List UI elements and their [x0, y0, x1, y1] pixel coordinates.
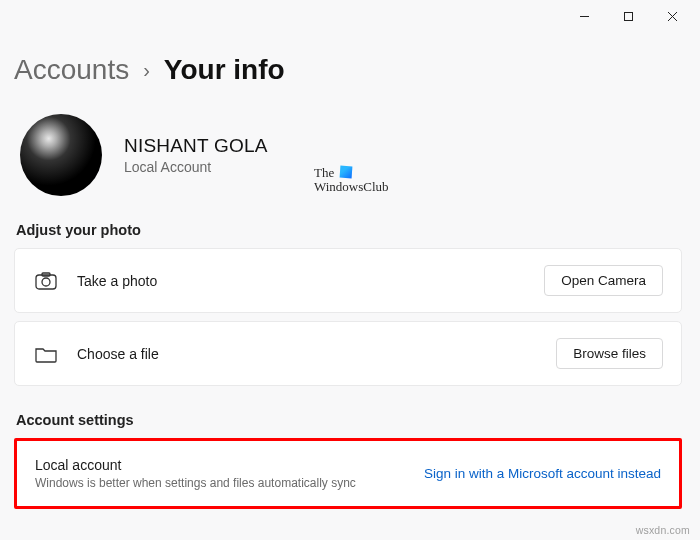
row-choose-file-label: Choose a file: [77, 346, 556, 362]
row-take-photo-label: Take a photo: [77, 273, 544, 289]
maximize-button[interactable]: [606, 2, 650, 30]
camera-icon: [33, 272, 59, 290]
titlebar: [0, 0, 700, 32]
watermark-line1: The: [314, 165, 334, 180]
browse-files-button[interactable]: Browse files: [556, 338, 663, 369]
breadcrumb-parent[interactable]: Accounts: [14, 54, 129, 86]
content-area: Accounts › Your info NISHANT GOLA Local …: [0, 54, 700, 509]
row-local-account-text: Local account Windows is better when set…: [35, 457, 424, 490]
avatar: [20, 114, 102, 196]
watermark: The WindowsClub: [314, 166, 389, 194]
open-camera-button[interactable]: Open Camera: [544, 265, 663, 296]
local-account-title: Local account: [35, 457, 424, 473]
breadcrumb-separator: ›: [143, 59, 150, 82]
highlighted-account-row: Local account Windows is better when set…: [14, 438, 682, 509]
profile-header: NISHANT GOLA Local Account The WindowsCl…: [14, 114, 682, 196]
watermark-line2: WindowsClub: [314, 179, 389, 194]
profile-type: Local Account: [124, 159, 268, 175]
svg-point-5: [42, 278, 50, 286]
minimize-button[interactable]: [562, 2, 606, 30]
settings-window: Accounts › Your info NISHANT GOLA Local …: [0, 0, 700, 540]
row-choose-file: Choose a file Browse files: [14, 321, 682, 386]
breadcrumb: Accounts › Your info: [14, 54, 682, 86]
svg-rect-4: [36, 275, 56, 289]
row-take-photo: Take a photo Open Camera: [14, 248, 682, 313]
watermark-square-icon: [340, 166, 353, 179]
page-title: Your info: [164, 54, 285, 86]
row-local-account: Local account Windows is better when set…: [17, 441, 679, 506]
sign-in-microsoft-link[interactable]: Sign in with a Microsoft account instead: [424, 466, 661, 481]
section-adjust-photo: Adjust your photo: [16, 222, 682, 238]
section-account-settings: Account settings: [16, 412, 682, 428]
close-button[interactable]: [650, 2, 694, 30]
local-account-subtitle: Windows is better when settings and file…: [35, 476, 424, 490]
svg-rect-1: [624, 12, 632, 20]
folder-icon: [33, 345, 59, 363]
profile-name: NISHANT GOLA: [124, 135, 268, 157]
footer-watermark: wsxdn.com: [636, 524, 690, 536]
profile-text: NISHANT GOLA Local Account: [124, 135, 268, 175]
